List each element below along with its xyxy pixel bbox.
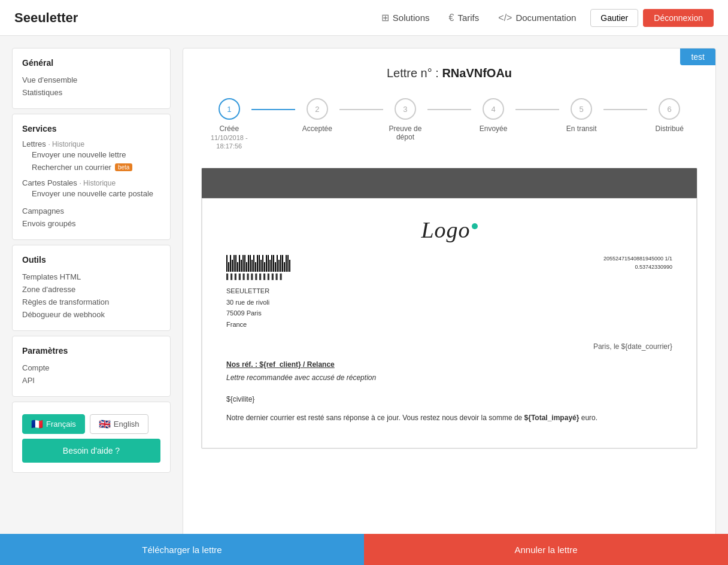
lang-buttons: 🇫🇷 Français 🇬🇧 English <box>22 414 160 434</box>
step-5: 5 En transit <box>559 98 603 133</box>
sidebar-item-regles[interactable]: Règles de transformation <box>22 296 160 308</box>
step-6: 6 Distribué <box>647 98 691 133</box>
steps-container: 1 Créée 11/10/2018 - 18:17:56 2 Acceptée… <box>183 92 715 168</box>
params-title: Paramètres <box>22 346 160 356</box>
sidebar-item-new-lettre[interactable]: Envoyer une nouvelle lettre <box>22 148 160 161</box>
body-text: ${civilite} Notre dernier courrier est r… <box>226 394 672 424</box>
sidebar-item-api[interactable]: API <box>22 374 160 387</box>
connector-3-4 <box>427 109 472 110</box>
flag-en: 🇬🇧 <box>99 418 111 430</box>
page-layout: Général Vue d'ensemble Statistiques Serv… <box>0 36 728 565</box>
connector-2-3 <box>339 109 384 110</box>
city-date: Paris, le ${date_courrier} <box>226 342 672 351</box>
step-circle-4: 4 <box>483 98 504 120</box>
sidebar-item-search-courrier[interactable]: Rechercher un courrier beta <box>22 161 160 174</box>
connector-5-6 <box>603 109 648 110</box>
barcode-number: ▌▌▌▌▌▌▌▌▌▌▌▌▌▌ <box>226 274 284 280</box>
sidebar-item-zone-adresse[interactable]: Zone d'adresse <box>22 283 160 296</box>
cancel-button[interactable]: Annuler la lettre <box>364 534 728 565</box>
sidebar-item-vue-ensemble[interactable]: Vue d'ensemble <box>22 74 160 86</box>
step-4: 4 Envoyée <box>471 98 515 133</box>
logo-area: Logo <box>226 217 672 243</box>
sidebar-params: Paramètres Compte API <box>12 336 171 397</box>
code-icon: </> <box>498 13 512 23</box>
barcode-bars <box>226 255 290 272</box>
sidebar: Général Vue d'ensemble Statistiques Serv… <box>12 48 171 553</box>
italic-line: Lettre recommandée avec accusé de récept… <box>226 373 672 382</box>
sender-address: SEEULETTER 30 rue de rivoli 75009 Paris … <box>226 285 672 330</box>
civilite: ${civilite} <box>226 394 672 405</box>
nav-links: ⊞ Solutions € Tarifs </> Documentation <box>381 12 577 23</box>
help-button[interactable]: Besoin d'aide ? <box>22 439 160 463</box>
logo-dot <box>472 223 478 229</box>
sidebar-item-new-carte[interactable]: Envoyer une nouvelle carte postale <box>22 187 160 200</box>
lettres-category: Lettres · Historique <box>22 139 160 148</box>
step-2: 2 Acceptée <box>295 98 339 133</box>
main-content: test Lettre n° : RNaVNfOAu 1 Créée 11/10… <box>183 48 716 553</box>
barcode-image: ▌▌▌▌▌▌▌▌▌▌▌▌▌▌ <box>226 255 290 280</box>
download-button[interactable]: Télécharger la lettre <box>0 534 364 565</box>
euro-icon: € <box>449 13 454 23</box>
cartes-category: Cartes Postales · Historique <box>22 178 160 187</box>
barcode-ref: 20552471540881945000 1/1 0.53742330990 <box>603 255 672 271</box>
logo-text: Logo <box>421 217 477 242</box>
beta-badge: beta <box>115 163 132 171</box>
step-circle-2: 2 <box>307 98 328 120</box>
step-circle-3: 3 <box>395 98 416 120</box>
step-3: 3 Preuve de dépot <box>383 98 427 141</box>
test-badge: test <box>680 48 715 65</box>
sidebar-language: 🇫🇷 Français 🇬🇧 English Besoin d'aide ? <box>12 402 171 473</box>
sidebar-item-templates[interactable]: Templates HTML <box>22 271 160 283</box>
letter-title: Lettre n° : RNaVNfOAu <box>183 48 715 92</box>
navbar: Seeuletter ⊞ Solutions € Tarifs </> Docu… <box>0 0 728 36</box>
body-paragraph-1: Notre dernier courrier est resté sans ré… <box>226 412 672 424</box>
ref-line: Nos réf. : ${ref_client} / Relance <box>226 360 672 369</box>
logout-button[interactable]: Déconnexion <box>643 9 714 27</box>
general-title: Général <box>22 58 160 68</box>
barcode-area: ▌▌▌▌▌▌▌▌▌▌▌▌▌▌ 20552471540881945000 1/1 … <box>226 255 672 280</box>
user-button[interactable]: Gautier <box>590 9 638 27</box>
step-circle-5: 5 <box>571 98 592 120</box>
footer-buttons: Télécharger la lettre Annuler la lettre <box>0 534 728 565</box>
step-1: 1 Créée 11/10/2018 - 18:17:56 <box>207 98 251 150</box>
solutions-icon: ⊞ <box>381 12 389 23</box>
lang-fr-button[interactable]: 🇫🇷 Français <box>22 414 85 434</box>
sidebar-item-compte[interactable]: Compte <box>22 362 160 374</box>
step-circle-6: 6 <box>659 98 680 120</box>
sidebar-services: Services Lettres · Historique Envoyer un… <box>12 114 171 240</box>
sidebar-item-campagnes[interactable]: Campagnes <box>22 205 160 217</box>
sidebar-item-debugger[interactable]: Débogueur de webhook <box>22 308 160 321</box>
connector-1-2 <box>251 109 296 110</box>
nav-solutions[interactable]: ⊞ Solutions <box>381 12 430 23</box>
nav-tarifs[interactable]: € Tarifs <box>449 13 480 23</box>
services-title: Services <box>22 124 160 133</box>
lang-en-button[interactable]: 🇬🇧 English <box>90 414 148 434</box>
letter-header-dark <box>202 168 697 198</box>
flag-fr: 🇫🇷 <box>31 418 43 430</box>
outils-title: Outils <box>22 255 160 265</box>
sidebar-item-envois[interactable]: Envois groupés <box>22 217 160 230</box>
nav-documentation[interactable]: </> Documentation <box>498 13 576 23</box>
step-circle-1: 1 <box>219 98 240 120</box>
letter-preview: Logo <box>201 168 697 449</box>
letter-body: Logo <box>202 198 697 448</box>
sidebar-item-statistiques[interactable]: Statistiques <box>22 86 160 99</box>
sidebar-outils: Outils Templates HTML Zone d'adresse Règ… <box>12 245 171 331</box>
brand: Seeuletter <box>14 10 78 26</box>
connector-4-5 <box>515 109 560 110</box>
sidebar-general: Général Vue d'ensemble Statistiques <box>12 48 171 109</box>
total-impaye: ${Total_impayé} <box>524 414 580 422</box>
